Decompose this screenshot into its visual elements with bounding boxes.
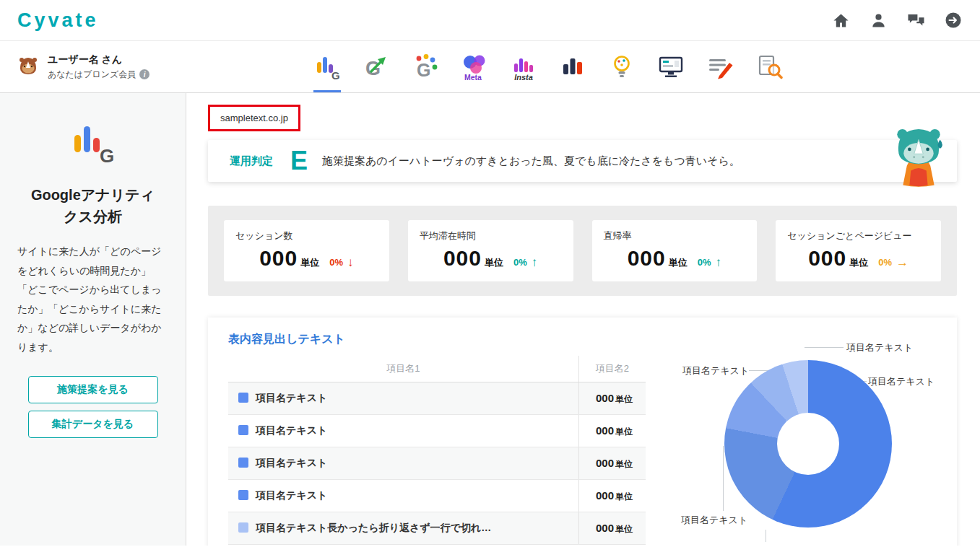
trend-down-icon: ↓: [347, 255, 354, 270]
metric-unit: 単位: [849, 256, 868, 269]
google-analytics-icon: G: [313, 53, 342, 82]
donut-segment-label: 項目名テキスト: [682, 364, 749, 377]
judgement-card: 運用判定 E 施策提案あのイーハトーヴォのすきとおった風、夏でも底に冷たさをもつ…: [208, 140, 957, 182]
meta-icon: Meta: [460, 53, 489, 82]
metric-card-avg-time: 平均滞在時間 000 単位 0% ↑: [408, 220, 573, 281]
site-check-monitor-icon: [656, 53, 685, 82]
legend-square-icon: [238, 393, 248, 403]
rhino-mascot: [886, 123, 951, 191]
view-proposals-button[interactable]: 施策提案を見る: [28, 376, 158, 403]
metric-percent: 0%: [878, 257, 892, 268]
trend-up-icon: ↑: [532, 255, 538, 270]
row-label: 項目名テキスト: [256, 457, 327, 468]
metric-value: 000: [808, 246, 846, 271]
callout-line: [805, 347, 844, 348]
donut-segment-label: 項目名テキスト: [846, 341, 913, 354]
service-tab-article-writing[interactable]: [706, 41, 734, 92]
table-row: 項目名テキスト 000単位: [228, 382, 646, 415]
metric-percent: 0%: [698, 257, 711, 268]
metric-card-sessions: セッション数 000 単位 0% ↓: [224, 220, 389, 281]
service-tab-seo-research[interactable]: [755, 41, 784, 92]
brand-logo[interactable]: Cyvate: [17, 9, 99, 32]
top-bar: Cyvate: [0, 0, 980, 41]
data-table-card: 表内容見出しテキスト 項目名1 項目名2 項目名テキスト 000単位 項目名テキ…: [208, 318, 957, 546]
service-tab-google-ads[interactable]: G: [411, 41, 440, 92]
service-tabs: G G G Meta: [313, 41, 870, 92]
row-value: 000: [596, 424, 614, 437]
service-tab-meta[interactable]: Meta: [460, 41, 489, 92]
row-unit: 単位: [615, 426, 633, 437]
row-label: 項目名テキスト: [256, 489, 327, 501]
seo-research-icon: [755, 53, 784, 82]
top-icon-group: [831, 11, 963, 30]
metric-value: 000: [628, 246, 666, 271]
chat-icon[interactable]: [906, 11, 925, 30]
callout-line: [723, 446, 724, 511]
row-value: 000: [596, 457, 614, 469]
row-value: 000: [596, 489, 614, 502]
legend-square-icon: [238, 458, 248, 468]
donut-chart-area: 項目名テキスト 項目名テキスト 項目名テキスト 項目名テキスト 項目名テキスト: [638, 338, 953, 546]
sidebar-description: サイトに来た人が「どのページをどれくらいの時間見たか」「どこでページから出てしま…: [17, 242, 168, 357]
row-value: 000: [596, 392, 614, 404]
metric-value: 000: [259, 246, 298, 271]
service-tab-instagram[interactable]: Insta: [509, 41, 538, 92]
row-label: 項目名テキスト: [256, 424, 327, 436]
judgement-label: 運用判定: [230, 154, 273, 168]
judgement-grade: E: [290, 148, 308, 174]
username: ユーザー名 さん: [48, 53, 149, 66]
metric-label: 直帰率: [604, 229, 746, 242]
svg-text:G: G: [331, 69, 340, 82]
metric-unit: 単位: [669, 256, 688, 269]
svg-text:Insta: Insta: [514, 73, 533, 82]
row-label: 項目名テキスト: [256, 392, 327, 403]
table-row: 項目名テキスト長かったら折り返さず一行で切れ… 000単位: [228, 512, 646, 545]
row-unit: 単位: [615, 459, 633, 469]
google-analytics-logo: G: [70, 155, 116, 167]
sidebar-title: Googleアナリティクス分析: [25, 184, 162, 227]
user-avatar: [16, 53, 40, 81]
service-tab-google-analytics[interactable]: G: [313, 41, 342, 92]
donut-chart: [724, 360, 892, 528]
legend-square-icon: [238, 522, 248, 533]
metric-label: 平均滞在時間: [420, 229, 562, 242]
judgement-text: 施策提案あのイーハトーヴォのすきとおった風、夏でも底に冷たさをもつ青いそら。: [322, 154, 740, 168]
legend-square-icon: [238, 490, 248, 500]
metric-unit: 単位: [485, 256, 503, 269]
trend-flat-icon: →: [896, 255, 909, 270]
view-aggregate-data-button[interactable]: 集計データを見る: [28, 411, 158, 438]
membership-label: あなたはブロンズ会員: [48, 69, 136, 81]
row-unit: 単位: [615, 491, 633, 502]
youtube-analytics-icon: [558, 53, 587, 82]
idea-lightbulb-icon: [607, 53, 636, 82]
article-writing-icon: [706, 53, 734, 82]
row-unit: 単位: [615, 524, 633, 534]
info-icon[interactable]: i: [139, 69, 149, 79]
service-tab-site-check[interactable]: [656, 41, 685, 92]
service-tab-youtube-analytics[interactable]: [558, 41, 587, 92]
svg-text:G: G: [417, 60, 430, 80]
login-icon[interactable]: [944, 11, 963, 30]
trend-up-icon: ↑: [716, 255, 722, 270]
sidebar: G Googleアナリティクス分析 サイトに来た人が「どのページをどれくらいの時…: [0, 93, 186, 546]
metric-percent: 0%: [329, 257, 343, 268]
instagram-icon: Insta: [509, 53, 538, 82]
user-icon[interactable]: [869, 11, 888, 30]
row-value: 000: [596, 522, 614, 534]
google-ads-icon: G: [411, 53, 440, 82]
home-icon[interactable]: [831, 11, 850, 30]
service-tab-idea-suggestion[interactable]: [607, 41, 636, 92]
google-search-console-icon: G: [362, 53, 391, 82]
column-header: 項目名1: [228, 356, 578, 382]
table-row: 項目名テキスト 000単位: [228, 415, 646, 447]
user-block: ユーザー名 さん あなたはブロンズ会員 i: [16, 53, 218, 81]
data-table: 項目名1 項目名2 項目名テキスト 000単位 項目名テキスト 000単位 項目…: [228, 356, 646, 545]
metric-percent: 0%: [513, 257, 527, 268]
svg-text:Meta: Meta: [464, 73, 482, 82]
service-tab-google-search-console[interactable]: G: [362, 41, 391, 92]
donut-segment-label: 項目名テキスト: [681, 514, 747, 527]
main-content: sampletext.co.jp 運用判定 E 施策提案あのイーハトーヴォのすき…: [186, 93, 980, 546]
metric-label: セッション数: [235, 229, 378, 242]
legend-square-icon: [238, 425, 248, 435]
row-unit: 単位: [615, 394, 633, 404]
